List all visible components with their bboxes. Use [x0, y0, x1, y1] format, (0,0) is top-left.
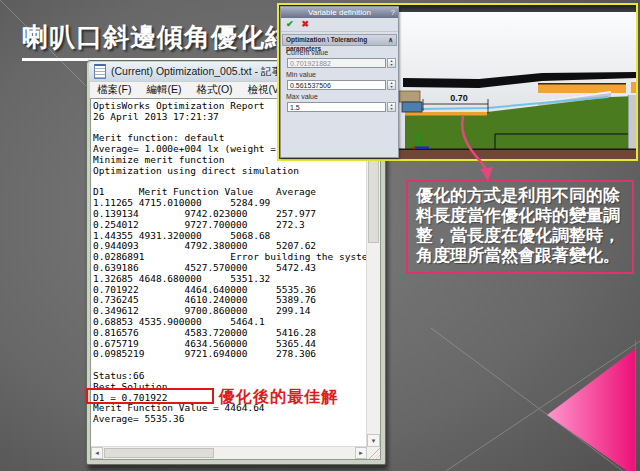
best-solution-annotation: 優化後的最佳解 — [219, 387, 338, 408]
spinner-down-icon[interactable]: ▾ — [388, 107, 395, 111]
notepad-icon — [94, 64, 106, 79]
scroll-down-icon: ▼ — [371, 438, 377, 444]
app-scrollbar-sliver — [628, 95, 636, 150]
section-collapse-icon: ∧ — [388, 35, 393, 45]
section-header-optimization-tolerancing[interactable]: Optimization \ Tolerancing parameters ∧ — [282, 34, 397, 46]
orange-bar-edge — [538, 83, 626, 85]
apply-check-icon[interactable]: ✔ — [286, 20, 294, 29]
dimension-label: 0.70 — [450, 93, 468, 103]
cad-3d-viewport: 0.70 — [399, 12, 636, 159]
current-value-spinner[interactable]: ▴ ▾ — [387, 58, 396, 68]
slide: 喇叭口斜邊傾角優化結果 (Current) Optimization_005.t… — [0, 0, 640, 471]
cad-model-view: 0.70 — [399, 12, 636, 159]
app-scrollbar-border — [628, 95, 629, 150]
panel-titlebar[interactable]: Variable definition ? — [281, 7, 398, 18]
panel-toolbar: ✔ ✖ — [281, 18, 398, 32]
current-value-label: Current value — [286, 49, 398, 57]
menu-item-edit[interactable]: 編輯(E) — [146, 83, 181, 97]
min-value-text: 0.561537506 — [290, 82, 331, 89]
menu-item-format[interactable]: 格式(O) — [196, 83, 232, 97]
scroll-left-button[interactable]: ◄ — [91, 447, 103, 459]
best-solution-highlight-box — [86, 388, 214, 404]
current-value-field[interactable]: 0.701921882 ▴ ▾ — [287, 58, 386, 68]
spinner-down-icon[interactable]: ▾ — [388, 63, 395, 67]
max-value-label: Max value — [286, 93, 398, 101]
explanation-note-box: 優化的方式是利用不同的除 料長度當作優化時的變量調 整，當長度在優化調整時， 角… — [406, 180, 634, 274]
orange-bar-segment — [631, 82, 636, 93]
page-title: 喇叭口斜邊傾角優化結果 — [22, 20, 319, 61]
callout-arrow — [450, 110, 506, 184]
horizontal-scrollbar[interactable]: ◄ ► — [91, 446, 367, 459]
horizontal-scroll-thumb[interactable] — [104, 448, 214, 458]
current-value-text: 0.701921882 — [290, 60, 331, 67]
spinner-down-icon[interactable]: ▾ — [388, 85, 395, 89]
max-value-spinner[interactable]: ▴ ▾ — [387, 102, 396, 112]
scroll-left-icon: ◄ — [94, 450, 100, 456]
min-value-spinner[interactable]: ▴ ▾ — [387, 80, 396, 90]
max-value-text: 1.5 — [290, 104, 300, 111]
brown-band — [399, 150, 636, 159]
arrowhead — [480, 167, 493, 181]
section-label: Optimization \ Tolerancing parameters — [286, 35, 388, 45]
resize-grip[interactable] — [367, 447, 380, 459]
variable-definition-panel: Variable definition ? ✔ ✖ Optimization \… — [280, 6, 399, 158]
scroll-right-icon: ► — [358, 450, 364, 456]
notepad-window-title: (Current) Optimization_005.txt - 記事本 — [111, 65, 292, 79]
menu-item-file[interactable]: 檔案(F) — [97, 83, 131, 97]
scroll-down-button[interactable]: ▼ — [367, 434, 380, 447]
blue-block — [402, 102, 422, 112]
help-icon[interactable]: ? — [391, 7, 395, 18]
max-value-field[interactable]: 1.5 ▴ ▾ — [287, 102, 386, 112]
tan-block — [399, 91, 420, 102]
min-value-field[interactable]: 0.561537506 ▴ ▾ — [287, 80, 386, 90]
min-value-label: Min value — [286, 71, 398, 79]
scroll-right-button[interactable]: ► — [355, 447, 367, 459]
panel-title-text: Variable definition — [308, 8, 371, 17]
cancel-x-icon[interactable]: ✖ — [302, 20, 310, 29]
